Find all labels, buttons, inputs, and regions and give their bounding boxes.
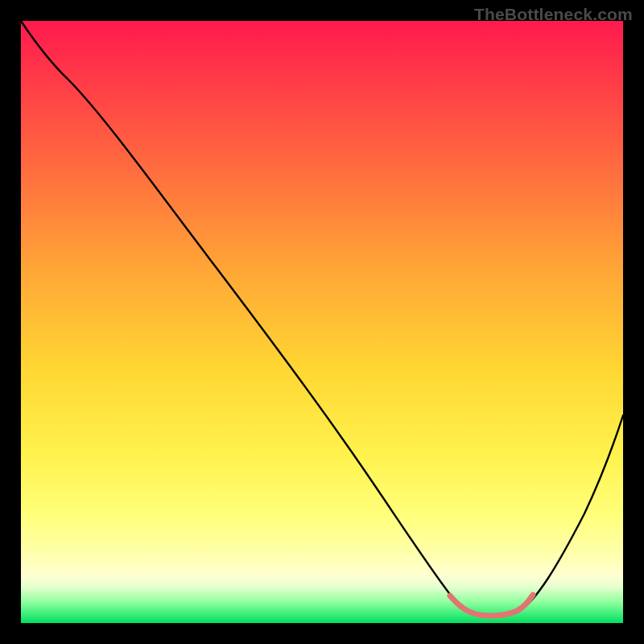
brand-watermark: TheBottleneck.com: [474, 5, 633, 24]
chart-curve-layer: [21, 21, 623, 623]
safe-zone-marker: [450, 595, 533, 616]
chart-frame: TheBottleneck.com: [0, 0, 644, 644]
chart-plot-area: [21, 21, 623, 623]
bottleneck-curve: [21, 21, 623, 616]
